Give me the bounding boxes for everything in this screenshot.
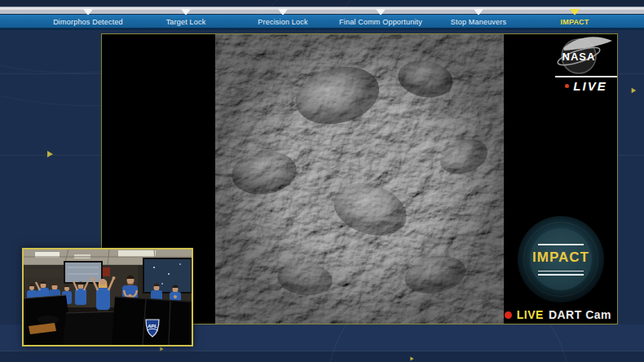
live-dot-icon <box>505 311 512 319</box>
stage-label-dimorphos-detected: Dimorphos Detected <box>31 18 145 26</box>
decor-arrow-icon <box>632 88 637 93</box>
mission-control-scene: APL <box>24 249 192 345</box>
asteroid-surface-image <box>215 34 504 324</box>
impact-rule-bottom <box>538 271 584 272</box>
impact-status-badge: IMPACT <box>518 216 604 302</box>
nasa-logo-icon: NASA <box>552 36 617 80</box>
stage-label-final-comm: Final Comm Opportunity <box>324 18 438 26</box>
decor-arrow-icon <box>47 151 53 157</box>
impact-badge-label: IMPACT <box>532 249 589 266</box>
live-label: LIVE <box>573 79 607 93</box>
nasa-live-divider <box>555 76 617 77</box>
background-line <box>0 351 644 351</box>
mission-progress-bar <box>0 7 644 14</box>
feed-camera-label: DART Cam <box>549 308 611 321</box>
feed-caption: LIVE DART Cam <box>501 307 615 323</box>
mission-control-pip: APL <box>22 248 193 347</box>
impact-rule-top <box>538 244 584 245</box>
decor-arrow-icon <box>410 357 413 361</box>
feed-live-label: LIVE <box>517 308 544 321</box>
stage-label-impact: IMPACT <box>518 18 632 26</box>
stage-label-precision-lock: Precision Lock <box>226 18 340 26</box>
live-dot-icon <box>565 84 569 88</box>
decor-arrow-icon <box>160 347 163 351</box>
live-badge: LIVE <box>555 79 617 93</box>
impact-badge-inner: IMPACT <box>530 228 592 290</box>
dart-livestream-frame: Dimorphos Detected Target Lock Precision… <box>0 0 644 362</box>
apl-logo-label: APL <box>147 324 157 329</box>
nasa-wordmark: NASA <box>562 51 596 63</box>
impact-rule-bottom <box>538 274 584 276</box>
